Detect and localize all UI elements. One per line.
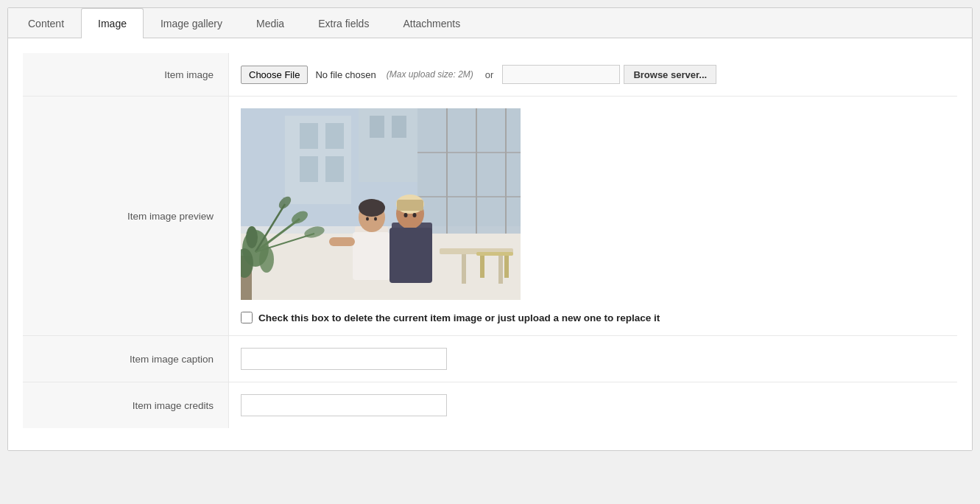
content-area: Item image Choose File No file chosen (M… bbox=[8, 38, 972, 450]
tab-extra-fields[interactable]: Extra fields bbox=[301, 8, 386, 38]
tab-bar: Content Image Image gallery Media Extra … bbox=[8, 8, 972, 38]
or-text: or bbox=[485, 69, 494, 80]
item-image-preview-label: Item image preview bbox=[23, 97, 229, 335]
main-panel: Content Image Image gallery Media Extra … bbox=[7, 7, 973, 451]
tab-content[interactable]: Content bbox=[11, 8, 81, 38]
svg-rect-48 bbox=[241, 108, 521, 300]
item-image-credits-label: Item image credits bbox=[23, 382, 229, 428]
item-image-row: Item image Choose File No file chosen (M… bbox=[23, 53, 957, 97]
tab-media[interactable]: Media bbox=[239, 8, 301, 38]
delete-image-checkbox[interactable] bbox=[241, 312, 253, 323]
item-image-caption-row: Item image caption bbox=[23, 336, 957, 382]
tab-image[interactable]: Image bbox=[81, 8, 144, 38]
server-url-input[interactable] bbox=[502, 65, 620, 84]
tab-attachments[interactable]: Attachments bbox=[386, 8, 477, 38]
item-image-preview-field: Check this box to delete the current ite… bbox=[229, 97, 957, 335]
item-image-label: Item image bbox=[23, 53, 229, 96]
tab-image-gallery[interactable]: Image gallery bbox=[144, 8, 239, 38]
delete-checkbox-row: Check this box to delete the current ite… bbox=[241, 312, 660, 323]
item-image-credits-field bbox=[229, 382, 957, 428]
max-upload-text: (Max upload size: 2M) bbox=[387, 69, 473, 80]
item-image-credits-input[interactable] bbox=[241, 394, 447, 416]
preview-image bbox=[241, 108, 521, 300]
item-image-caption-field bbox=[229, 336, 957, 382]
item-image-field: Choose File No file chosen (Max upload s… bbox=[229, 53, 957, 96]
no-file-text: No file chosen bbox=[315, 69, 376, 80]
delete-checkbox-label[interactable]: Check this box to delete the current ite… bbox=[258, 312, 660, 323]
item-image-preview-row: Item image preview bbox=[23, 97, 957, 336]
item-image-caption-input[interactable] bbox=[241, 348, 447, 370]
item-image-credits-row: Item image credits bbox=[23, 382, 957, 428]
item-image-caption-label: Item image caption bbox=[23, 336, 229, 382]
browse-server-button[interactable]: Browse server... bbox=[624, 65, 716, 84]
choose-file-button[interactable]: Choose File bbox=[241, 66, 308, 84]
